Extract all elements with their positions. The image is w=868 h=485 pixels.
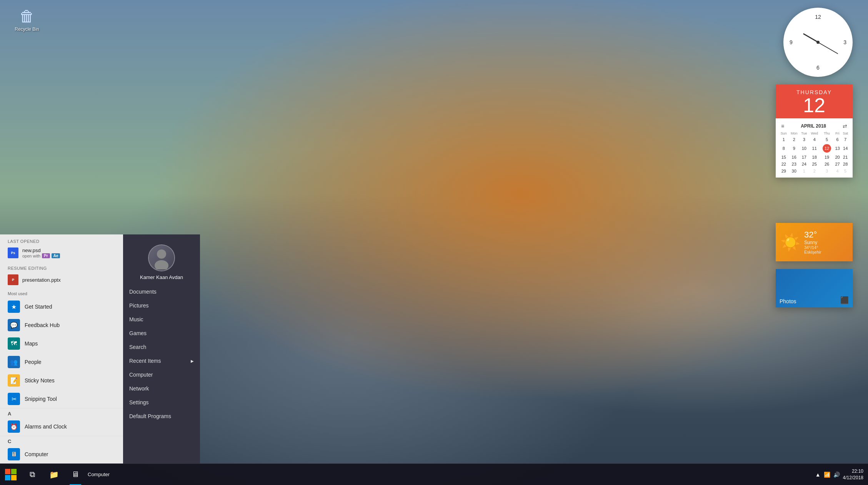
volume-tray-icon[interactable]: 🔊 (833, 472, 840, 478)
app-sticky-notes[interactable]: 📝 Sticky Notes (0, 371, 123, 390)
show-hidden-icon[interactable]: ▲ (815, 472, 821, 478)
menu-item-settings[interactable]: Settings (123, 395, 200, 409)
recycle-bin-icon[interactable]: 🗑 Recycle Bin (12, 8, 42, 32)
cal-day[interactable]: 28 (841, 161, 850, 168)
cal-day[interactable]: 18 (809, 154, 820, 161)
cal-day[interactable]: 4 (809, 136, 820, 143)
task-view-button[interactable]: ⧉ (22, 464, 43, 485)
taskbar-right: ▲ 📶 🔊 22:10 4/12/2018 (815, 468, 868, 481)
cal-day[interactable]: 1 (779, 136, 789, 143)
cal-day[interactable]: 9 (789, 143, 800, 154)
network-tray-icon[interactable]: 📶 (824, 472, 830, 478)
cal-day[interactable]: 20 (834, 154, 841, 161)
cal-day[interactable]: 12 (820, 143, 833, 154)
alpha-divider-c: C (0, 436, 123, 445)
menu-item-music[interactable]: Music (123, 312, 200, 326)
cal-day[interactable]: 17 (800, 154, 809, 161)
menu-item-default-programs[interactable]: Default Programs (123, 409, 200, 423)
calendar-grid: Sun Mon Tue Wed Thu Fri Sat 123456789101… (779, 131, 850, 174)
calendar-month-label: APRIL 2018 (801, 123, 826, 129)
calendar-month-row: ≡ APRIL 2018 ⇄ (779, 121, 850, 131)
menu-item-network[interactable]: Network (123, 382, 200, 395)
menu-item-pictures[interactable]: Pictures (123, 299, 200, 312)
cal-day[interactable]: 30 (789, 168, 800, 174)
app-maps-label: Maps (25, 340, 38, 347)
cal-day[interactable]: 8 (779, 143, 789, 154)
app-people[interactable]: 👥 People (0, 353, 123, 371)
computer-taskbar-button[interactable]: 🖥 (65, 464, 86, 485)
app-alarms-clock[interactable]: ⏰ Alarms and Clock (0, 417, 123, 436)
start-button[interactable] (0, 464, 22, 485)
avatar-svg (150, 246, 173, 269)
cal-header-sat: Sat (841, 131, 850, 136)
cal-day[interactable]: 11 (809, 143, 820, 154)
menu-item-search[interactable]: Search (123, 340, 200, 354)
cal-day[interactable]: 5 (820, 136, 833, 143)
cal-day[interactable]: 1 (800, 168, 809, 174)
menu-item-computer-label: Computer (129, 372, 153, 378)
cal-day[interactable]: 24 (800, 161, 809, 168)
photos-widget[interactable]: Photos ⬛ (776, 269, 853, 307)
desktop: 🗑 Recycle Bin 12 3 6 9 Thursday 12 ≡ APR… (0, 0, 868, 485)
get-started-icon: ★ (8, 301, 20, 313)
last-opened-filename: new.psd open with Pr Ae (22, 247, 60, 258)
last-opened-title: Last opened (8, 239, 115, 244)
clock-hour-hand (803, 33, 818, 43)
cal-day[interactable]: 3 (800, 136, 809, 143)
file-explorer-button[interactable]: 📁 (43, 464, 65, 485)
recent-items-chevron: ▶ (191, 359, 194, 363)
user-profile[interactable]: Kamer Kaan Avdan (123, 238, 200, 285)
task-view-icon: ⧉ (30, 470, 35, 479)
menu-item-settings-label: Settings (129, 399, 149, 405)
cal-day[interactable]: 15 (779, 154, 789, 161)
cal-day[interactable]: 2 (789, 136, 800, 143)
start-menu-left: Last opened Ps new.psd open with Pr Ae R (0, 234, 123, 463)
cal-day[interactable]: 2 (809, 168, 820, 174)
resume-item[interactable]: P presentation.pptx (8, 273, 115, 287)
last-opened-item[interactable]: Ps new.psd open with Pr Ae (8, 246, 115, 260)
menu-item-games[interactable]: Games (123, 326, 200, 340)
menu-item-computer[interactable]: Computer (123, 368, 200, 382)
weather-city: Eskişehir (804, 250, 821, 254)
app-feedback-hub[interactable]: 💬 Feedback Hub (0, 316, 123, 334)
cal-day[interactable]: 25 (809, 161, 820, 168)
cal-day[interactable]: 22 (779, 161, 789, 168)
clock-widget: 12 3 6 9 (783, 8, 853, 77)
avatar-image (149, 245, 174, 271)
cal-day[interactable]: 23 (789, 161, 800, 168)
svg-point-0 (157, 249, 166, 259)
menu-item-documents-label: Documents (129, 289, 157, 295)
cal-day[interactable]: 4 (834, 168, 841, 174)
photos-icon: ⬛ (840, 296, 849, 304)
app-computer-placeholder[interactable]: 🖥 Computer (0, 445, 123, 463)
app-sticky-notes-label: Sticky Notes (25, 377, 55, 384)
computer-taskbar-icon: 🖥 (72, 470, 79, 479)
cal-day[interactable]: 16 (789, 154, 800, 161)
cal-day[interactable]: 7 (841, 136, 850, 143)
menu-item-documents[interactable]: Documents (123, 285, 200, 299)
taskbar-clock[interactable]: 22:10 4/12/2018 (843, 468, 863, 481)
user-name: Kamer Kaan Avdan (140, 274, 183, 280)
weather-range: 34°/14° (804, 245, 821, 250)
feedback-hub-icon: 💬 (8, 319, 20, 331)
calendar-body: ≡ APRIL 2018 ⇄ Sun Mon Tue Wed Thu Fri S… (776, 118, 853, 178)
cal-day[interactable]: 3 (820, 168, 833, 174)
app-get-started[interactable]: ★ Get Started (0, 297, 123, 316)
cal-day[interactable]: 29 (779, 168, 789, 174)
calendar-prev[interactable]: ≡ (780, 123, 786, 129)
cal-day[interactable]: 14 (841, 143, 850, 154)
alarms-clock-icon: ⏰ (8, 420, 20, 433)
cal-day[interactable]: 19 (820, 154, 833, 161)
app-maps[interactable]: 🗺 Maps (0, 334, 123, 353)
calendar-next[interactable]: ⇄ (841, 123, 849, 129)
clock-time: 22:10 (843, 468, 863, 475)
cal-day[interactable]: 10 (800, 143, 809, 154)
app-snipping-tool[interactable]: ✂ Snipping Tool (0, 390, 123, 408)
cal-day[interactable]: 21 (841, 154, 850, 161)
cal-day[interactable]: 6 (834, 136, 841, 143)
cal-day[interactable]: 27 (834, 161, 841, 168)
cal-day[interactable]: 5 (841, 168, 850, 174)
menu-item-recent-items[interactable]: Recent Items ▶ (123, 354, 200, 368)
cal-day[interactable]: 26 (820, 161, 833, 168)
cal-day[interactable]: 13 (834, 143, 841, 154)
